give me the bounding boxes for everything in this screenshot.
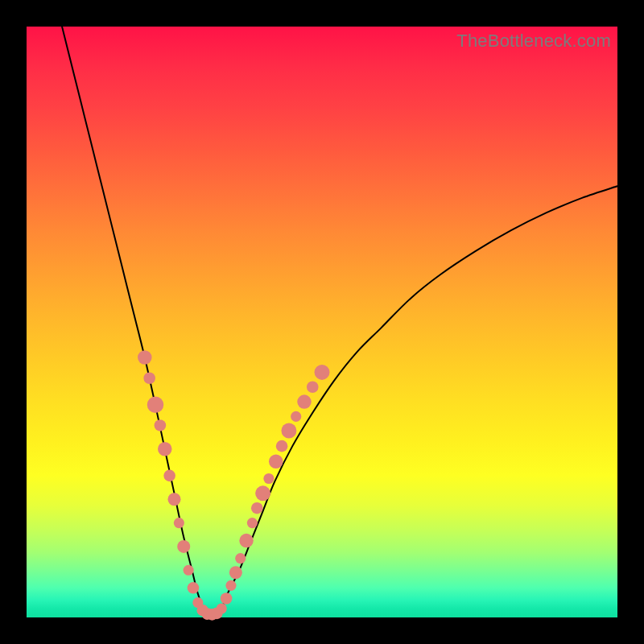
- highlight-dot: [229, 566, 242, 579]
- highlight-dot: [263, 473, 274, 484]
- highlight-dot: [307, 381, 319, 393]
- highlight-dot: [188, 582, 200, 594]
- highlight-dot: [247, 518, 258, 528]
- highlight-dot: [147, 397, 163, 413]
- chart-frame: TheBottleneck.com: [0, 0, 644, 644]
- highlight-dot: [167, 493, 180, 506]
- highlight-dot: [281, 423, 296, 439]
- highlight-dot: [155, 419, 167, 431]
- highlight-dot: [217, 603, 227, 613]
- highlight-dot: [297, 394, 312, 409]
- highlight-dot: [158, 442, 172, 456]
- highlight-dot: [177, 540, 190, 553]
- highlight-dots-group: [138, 350, 329, 620]
- highlight-dot: [291, 411, 301, 422]
- highlight-dot: [251, 502, 263, 514]
- highlight-dot: [174, 518, 184, 528]
- highlight-dot: [221, 592, 233, 605]
- highlight-dot: [143, 372, 155, 384]
- plot-area: TheBottleneck.com: [27, 27, 617, 617]
- highlight-dot: [269, 454, 283, 469]
- highlight-dot: [315, 365, 330, 380]
- highlight-dot: [239, 534, 254, 548]
- highlight-dot: [138, 350, 152, 365]
- highlight-dot: [225, 580, 236, 591]
- bottleneck-curve: [62, 27, 617, 615]
- chart-svg: [27, 27, 617, 617]
- highlight-dot: [276, 440, 288, 452]
- highlight-dot: [163, 470, 175, 482]
- highlight-dot: [184, 565, 194, 576]
- highlight-dot: [255, 485, 270, 501]
- watermark-text: TheBottleneck.com: [456, 31, 611, 52]
- highlight-dot: [235, 553, 246, 564]
